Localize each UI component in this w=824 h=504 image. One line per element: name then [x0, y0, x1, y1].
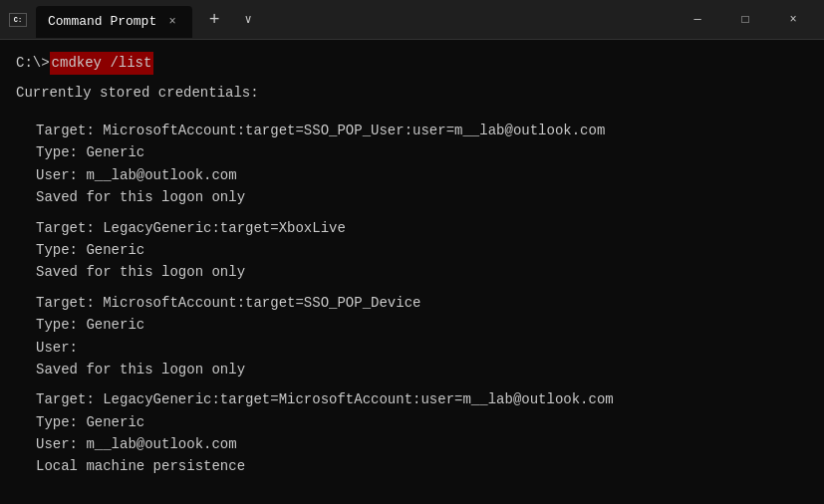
- cred4-target: Target: LegacyGeneric:target=MicrosoftAc…: [36, 388, 808, 410]
- cred3-target: Target: MicrosoftAccount:target=SSO_POP_…: [36, 292, 808, 314]
- terminal-content: C:\>cmdkey /list Currently stored creden…: [0, 40, 824, 504]
- cred4-type: Type: Generic: [36, 411, 808, 433]
- cred2-target: Target: LegacyGeneric:target=XboxLive: [36, 217, 808, 239]
- active-tab[interactable]: Command Prompt ×: [36, 6, 192, 38]
- cred4-saved: Local machine persistence: [36, 455, 808, 477]
- minimize-button[interactable]: —: [675, 4, 720, 36]
- prompt: C:\>: [16, 53, 50, 74]
- cred1-saved: Saved for this logon only: [36, 186, 808, 208]
- window-controls: — □ ×: [675, 4, 816, 36]
- maximize-button[interactable]: □: [722, 4, 768, 36]
- cred3-type: Type: Generic: [36, 314, 808, 336]
- cred2-saved: Saved for this logon only: [36, 261, 808, 283]
- cmd-window: Command Prompt × + ∨ — □ × C:\>cmdkey /l…: [0, 0, 824, 504]
- tab-label: Command Prompt: [48, 14, 156, 29]
- cred2-type: Type: Generic: [36, 239, 808, 261]
- credential-block-3: Target: MicrosoftAccount:target=SSO_POP_…: [16, 292, 808, 381]
- credential-block-2: Target: LegacyGeneric:target=XboxLive Ty…: [16, 217, 808, 284]
- credential-block-4: Target: LegacyGeneric:target=MicrosoftAc…: [16, 388, 808, 478]
- credential-block-1: Target: MicrosoftAccount:target=SSO_POP_…: [16, 120, 808, 209]
- window-icon: [8, 10, 28, 30]
- cred1-user: User: m__lab@outlook.com: [36, 164, 808, 186]
- close-button[interactable]: ×: [770, 4, 816, 36]
- cred1-target: Target: MicrosoftAccount:target=SSO_POP_…: [36, 120, 808, 141]
- output-header: Currently stored credentials:: [16, 83, 808, 104]
- command-line: C:\>cmdkey /list: [16, 52, 808, 75]
- cmd-logo-icon: [9, 13, 27, 27]
- command-text: cmdkey /list: [50, 52, 154, 75]
- tab-close-icon[interactable]: ×: [164, 14, 180, 30]
- cred3-user: User:: [36, 337, 808, 359]
- titlebar-left: Command Prompt × + ∨: [8, 2, 675, 38]
- cred3-saved: Saved for this logon only: [36, 359, 808, 380]
- tab-dropdown-icon[interactable]: ∨: [236, 8, 260, 32]
- cred4-user: User: m__lab@outlook.com: [36, 433, 808, 455]
- titlebar: Command Prompt × + ∨ — □ ×: [0, 0, 824, 40]
- new-tab-button[interactable]: +: [200, 6, 228, 34]
- cred1-type: Type: Generic: [36, 141, 808, 163]
